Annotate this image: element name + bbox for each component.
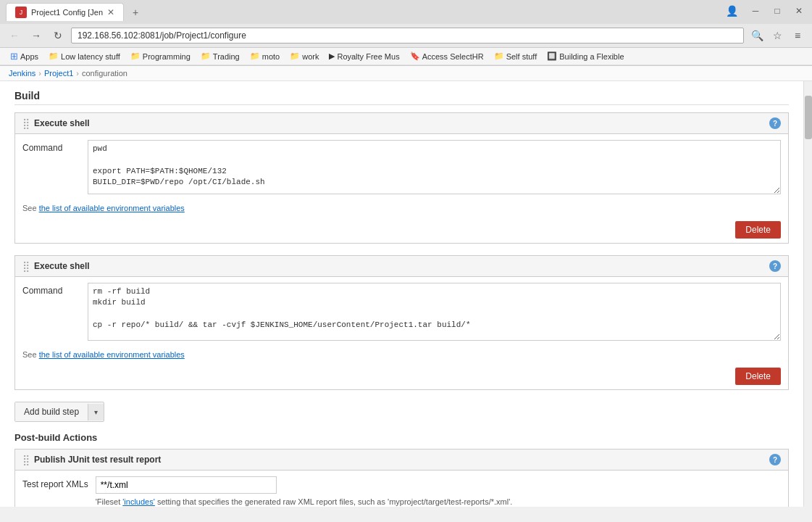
command-label-1: Command: [22, 140, 80, 153]
command-label-2: Command: [22, 283, 80, 296]
bookmark-label-7: Access SelectHR: [422, 52, 484, 61]
env-vars-anchor-1[interactable]: the list of available environment variab…: [39, 204, 185, 212]
bookmark-item-1[interactable]: 📁Low latency stuff: [44, 50, 125, 62]
env-vars-link-2: See the list of available environment va…: [15, 349, 788, 363]
bookmark-item-2[interactable]: 📁Programming: [126, 50, 195, 62]
app-icon: 🔲: [547, 51, 557, 61]
add-build-step-arrow[interactable]: ▾: [88, 404, 104, 420]
bookmark-label-2: Programming: [143, 52, 191, 61]
bookmark-item-6[interactable]: ▶Royalty Free Mus: [325, 50, 403, 62]
help-icon-2[interactable]: ?: [769, 260, 781, 272]
star-icon[interactable]: ☆: [769, 27, 786, 44]
scrollbar-thumb[interactable]: [805, 96, 812, 139]
bookmark-label-4: moto: [262, 52, 280, 61]
add-build-step-button[interactable]: Add build step ▾: [14, 402, 104, 422]
junit-header: Publish JUnit test result report: [34, 455, 765, 465]
new-tab-button[interactable]: +: [127, 4, 144, 21]
env-vars-anchor-2[interactable]: the list of available environment variab…: [39, 350, 185, 359]
forward-button[interactable]: →: [28, 27, 45, 44]
drag-handle-junit: ⣿: [22, 454, 30, 465]
url-bar[interactable]: 192.168.56.102:8081/job/Project1/configu…: [71, 28, 744, 44]
breadcrumb-current: configuration: [82, 69, 127, 78]
folder-icon: 📁: [130, 51, 141, 61]
fileset-info: 'Fileset 'includes' setting that specifi…: [96, 497, 781, 507]
command-textarea-1[interactable]: pwd export PATH=$PATH:$QHOME/132 BUILD_D…: [88, 140, 781, 194]
tab-close-button[interactable]: ✕: [107, 7, 114, 17]
shell-title-1: Execute shell: [34, 118, 765, 128]
bookmark-item-8[interactable]: 📁Self stuff: [490, 50, 542, 62]
bookmark-item-7[interactable]: 🔖Access SelectHR: [406, 50, 488, 62]
bookmark-item-5[interactable]: 📁work: [285, 50, 323, 62]
build-section-title: Build: [14, 90, 789, 105]
folder-icon: 📁: [201, 51, 211, 61]
bookmarks-bar: ⊞Apps📁Low latency stuff📁Programming📁Trad…: [0, 48, 812, 65]
folder-icon: 📁: [494, 51, 504, 61]
media-icon: ▶: [329, 51, 335, 61]
bookmark-item-9[interactable]: 🔲Building a Flexible: [543, 50, 628, 62]
bookmark-label-9: Building a Flexible: [559, 52, 624, 61]
apps-icon: ⊞: [10, 51, 18, 62]
fileset-text: 'Fileset 'includes' setting that specifi…: [96, 497, 513, 506]
command-textarea-2[interactable]: rm -rf build mkdir build cp -r repo/* bu…: [88, 283, 781, 341]
junit-block: ⣿ Publish JUnit test result report ? Tes…: [14, 449, 789, 507]
help-icon-junit[interactable]: ?: [769, 454, 781, 465]
browser-tab[interactable]: J Project1 Config [Jen ✕: [6, 3, 124, 21]
star-bookmark-icon: 🔖: [410, 51, 420, 61]
add-build-step-label: Add build step: [15, 402, 88, 421]
execute-shell-block-1: ⣿ Execute shell ? Command pwd export PAT…: [14, 112, 789, 244]
tab-favicon: J: [15, 7, 27, 18]
minimize-button[interactable]: ─: [745, 3, 766, 19]
breadcrumb-project1[interactable]: Project1: [44, 69, 73, 78]
user-icon: 👤: [726, 5, 738, 17]
drag-handle-1: ⣿: [22, 117, 30, 129]
bookmark-label-1: Low latency stuff: [61, 52, 120, 61]
breadcrumb-sep-2: ›: [76, 69, 79, 78]
bookmark-item-3[interactable]: 📁Trading: [196, 50, 244, 62]
menu-icon[interactable]: ≡: [789, 27, 806, 44]
bookmark-label-8: Self stuff: [506, 52, 537, 61]
test-report-input[interactable]: [96, 476, 277, 494]
search-icon[interactable]: 🔍: [748, 27, 766, 44]
delete-button-2[interactable]: Delete: [735, 368, 781, 385]
breadcrumb-jenkins[interactable]: Jenkins: [9, 69, 35, 78]
bookmark-label-6: Royalty Free Mus: [337, 52, 399, 61]
main-content-area: Build ⣿ Execute shell ? Command pwd expo…: [0, 81, 803, 507]
breadcrumb: Jenkins › Project1 › configuration: [0, 66, 812, 81]
drag-handle-2: ⣿: [22, 260, 30, 272]
scrollbar[interactable]: [803, 81, 812, 507]
includes-link[interactable]: 'includes': [122, 497, 155, 506]
folder-icon: 📁: [290, 51, 300, 61]
execute-shell-block-2: ⣿ Execute shell ? Command rm -rf build m…: [14, 255, 789, 390]
refresh-button[interactable]: ↻: [49, 27, 67, 44]
delete-button-1[interactable]: Delete: [735, 221, 781, 239]
test-report-label: Test report XMLs: [22, 476, 88, 489]
folder-icon: 📁: [49, 51, 59, 61]
bookmark-label-3: Trading: [213, 52, 240, 61]
bookmark-item-4[interactable]: 📁moto: [246, 50, 284, 62]
maximize-button[interactable]: □: [767, 3, 787, 19]
add-build-step-container: Add build step ▾: [14, 402, 789, 422]
folder-icon: 📁: [250, 51, 260, 61]
post-build-title: Post-build Actions: [14, 432, 789, 443]
breadcrumb-sep-1: ›: [38, 69, 41, 78]
tab-title: Project1 Config [Jen: [31, 8, 103, 17]
bookmark-label-5: work: [302, 52, 319, 61]
close-button[interactable]: ✕: [789, 3, 809, 19]
bookmark-label-0: Apps: [20, 52, 38, 61]
bookmark-item-0[interactable]: ⊞Apps: [6, 49, 43, 63]
shell-title-2: Execute shell: [34, 261, 765, 271]
env-vars-link-1: See the list of available environment va…: [15, 202, 788, 217]
back-button[interactable]: ←: [6, 27, 23, 44]
url-text: 192.168.56.102:8081/job/Project1/configu…: [78, 30, 246, 41]
help-icon-1[interactable]: ?: [769, 117, 781, 129]
